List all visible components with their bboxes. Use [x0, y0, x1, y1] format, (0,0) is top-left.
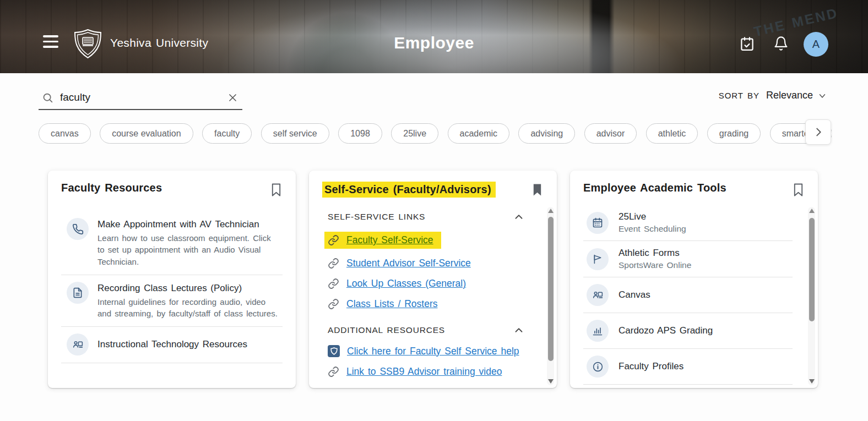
- link-row: Student Advisor Self-Service: [328, 258, 525, 269]
- tool-subtitle: SportsWare Online: [619, 260, 691, 270]
- instructor-screen-icon: [67, 333, 89, 356]
- card-scrollbar: [547, 207, 554, 385]
- chip-canvas[interactable]: canvas: [39, 123, 91, 144]
- resource-description: Learn how to use classroom equipment. Cl…: [97, 232, 280, 267]
- tool-item[interactable]: Athletic Forms SportsWare Online: [583, 241, 793, 277]
- chip-advisor[interactable]: advisor: [584, 123, 637, 144]
- tool-item[interactable]: Canvas: [583, 277, 793, 313]
- bar-chart-icon: [587, 320, 609, 342]
- link-row-highlighted: Faculty Self-Service: [324, 232, 441, 249]
- phone-icon: [67, 218, 89, 240]
- link-icon: [328, 278, 339, 289]
- flag-icon: [587, 248, 609, 270]
- tool-title: Athletic Forms: [619, 248, 691, 259]
- chip-academic[interactable]: academic: [448, 123, 509, 144]
- chip-athletic[interactable]: athletic: [646, 123, 698, 144]
- section-heading: SELF-SERVICE LINKS: [328, 212, 425, 222]
- document-icon: [67, 282, 89, 304]
- results-cards: Faculty Resources Make Appointment with …: [48, 171, 818, 388]
- link-icon: [328, 298, 339, 310]
- tool-item[interactable]: 25Live Event Scheduling: [583, 205, 793, 241]
- link-faculty-self-service[interactable]: Faculty Self-Service: [346, 234, 433, 246]
- resource-description: Internal guidelines for recording audio,…: [97, 296, 280, 320]
- instructor-screen-icon: [587, 284, 609, 306]
- resource-item[interactable]: Instructional Technology Resources: [61, 327, 283, 363]
- resource-item[interactable]: Make Appointment with AV Technician Lear…: [61, 211, 283, 275]
- link-icon: [328, 366, 339, 378]
- search-input[interactable]: [60, 91, 225, 103]
- resource-item[interactable]: Recording Class Lectures (Policy) Intern…: [61, 275, 283, 327]
- scrollbar-down-arrow[interactable]: [548, 379, 554, 384]
- scrollbar-thumb[interactable]: [809, 218, 815, 321]
- link-look-up-classes[interactable]: Look Up Classes (General): [346, 278, 466, 289]
- chip-self-service[interactable]: self service: [261, 123, 329, 144]
- tool-title: Canvas: [619, 289, 650, 300]
- chip-1098[interactable]: 1098: [338, 123, 382, 144]
- chevron-down-icon: [817, 91, 827, 101]
- sort-group: SORT BY Relevance: [719, 90, 827, 101]
- scrollbar-down-arrow[interactable]: [809, 379, 815, 384]
- notifications-bell-icon[interactable]: [773, 36, 789, 51]
- card-scrollbar: [808, 207, 815, 385]
- tool-title: 25Live: [619, 211, 686, 222]
- search-bar: [39, 86, 242, 110]
- section-heading: ADDITIONAL RESOURCES: [328, 325, 445, 335]
- card-title-highlighted: Self-Service (Faculty/Advisors): [322, 182, 496, 198]
- link-icon: [328, 258, 339, 269]
- chip-course-evaluation[interactable]: course evaluation: [100, 123, 193, 144]
- page-header: THE MEND Yeshiva University Employee A: [0, 0, 868, 73]
- scrollbar-up-arrow[interactable]: [548, 209, 554, 213]
- link-row: Click here for Faculty Self Service help: [328, 345, 525, 357]
- calendar-check-icon[interactable]: [740, 36, 755, 51]
- chip-advising[interactable]: advising: [518, 123, 575, 144]
- sort-dropdown[interactable]: Relevance: [766, 90, 827, 101]
- scrollbar-thumb[interactable]: [548, 217, 554, 361]
- bookmark-filled-icon[interactable]: [531, 183, 544, 197]
- info-icon: [587, 356, 609, 378]
- link-icon: [328, 234, 339, 246]
- yu-favicon: [328, 345, 340, 357]
- chip-grading[interactable]: grading: [707, 123, 761, 144]
- sort-dropdown-value: Relevance: [766, 90, 813, 101]
- link-class-lists-rosters[interactable]: Class Lists / Rosters: [346, 298, 437, 310]
- chevron-right-icon: [812, 126, 824, 138]
- bookmark-icon[interactable]: [270, 183, 283, 197]
- card-employee-academic-tools: Employee Academic Tools 25Live: [570, 171, 818, 388]
- chevron-up-icon[interactable]: [513, 324, 525, 336]
- resource-title: Recording Class Lectures (Policy): [97, 282, 280, 294]
- tool-item[interactable]: Review 1098T W9S Forms: [583, 385, 793, 388]
- card-title: Employee Academic Tools: [583, 182, 726, 194]
- link-row: Class Lists / Rosters: [328, 298, 525, 310]
- tool-subtitle: Event Scheduling: [619, 224, 686, 234]
- link-student-advisor-self-service[interactable]: Student Advisor Self-Service: [346, 258, 471, 269]
- chips-scroll-right-button[interactable]: [805, 119, 831, 145]
- avatar[interactable]: A: [804, 32, 828, 57]
- link-row: Look Up Classes (General): [328, 278, 525, 289]
- resource-title: Make Appointment with AV Technician: [97, 218, 280, 230]
- chevron-up-icon[interactable]: [513, 211, 525, 223]
- tool-item[interactable]: Cardozo APS Grading: [583, 313, 793, 349]
- search-icon: [42, 92, 53, 103]
- scrollbar-up-arrow[interactable]: [809, 209, 815, 213]
- card-title: Faculty Resources: [61, 182, 162, 194]
- clear-search-icon[interactable]: [225, 90, 240, 105]
- sort-by-label: SORT BY: [719, 91, 760, 100]
- chip-faculty[interactable]: faculty: [202, 123, 252, 144]
- chip-25live[interactable]: 25live: [391, 123, 438, 144]
- card-faculty-resources: Faculty Resources Make Appointment with …: [48, 171, 296, 388]
- card-self-service: Self-Service (Faculty/Advisors) SELF-SER…: [309, 171, 557, 388]
- filter-chips-row: canvas course evaluation faculty self se…: [39, 123, 832, 145]
- link-row: Link to SSB9 Advisor training video: [328, 366, 525, 378]
- calendar-icon: [587, 212, 609, 234]
- tool-title: Faculty Profiles: [619, 361, 683, 372]
- link-ssb9-advisor-training-video[interactable]: Link to SSB9 Advisor training video: [346, 366, 502, 378]
- page-title: Employee: [0, 34, 868, 52]
- link-faculty-self-service-help[interactable]: Click here for Faculty Self Service help: [347, 346, 519, 357]
- bookmark-icon[interactable]: [792, 183, 805, 197]
- tool-title: Cardozo APS Grading: [619, 325, 713, 336]
- tool-item[interactable]: Faculty Profiles: [583, 349, 793, 385]
- resource-title: Instructional Technology Resources: [97, 339, 247, 350]
